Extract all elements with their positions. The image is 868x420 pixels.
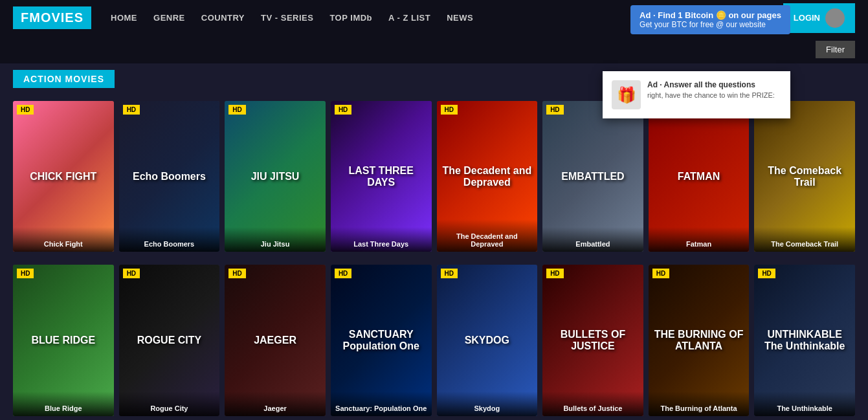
unthinkable-text: UNTHINKABLE The Unthinkable	[754, 324, 855, 357]
movie-card-sanctuary[interactable]: SANCTUARY Population One HD Sanctuary: P…	[331, 265, 432, 415]
sanctuary-text: SANCTUARY Population One	[331, 324, 432, 357]
login-label: LOGIN	[794, 13, 820, 23]
user-avatar	[825, 8, 845, 28]
ad-bitcoin-title: Ad · Find 1 Bitcoin 🪙 on our pages	[640, 10, 781, 20]
movie-card-fatman[interactable]: FATMAN HD Fatman	[649, 101, 750, 252]
movie-card-decadent[interactable]: The Decadent and Depraved HD The Decaden…	[437, 101, 538, 252]
ad-quiz-subtitle: right, have the chance to win the PRIZE:	[647, 91, 775, 99]
nav-tv-series[interactable]: TV - SERIES	[261, 13, 313, 23]
chick-fight-title: Chick Fight	[13, 227, 114, 252]
decadent-title: The Decadent and Depraved	[437, 219, 538, 252]
decadent-text: The Decadent and Depraved	[437, 160, 538, 193]
ad-quiz-banner[interactable]: 🎁 Ad · Answer all the questions right, h…	[603, 71, 790, 118]
hd-badge: HD	[228, 269, 245, 278]
movie-card-rogue-city[interactable]: ROGUE CITY HD Rogue City	[119, 265, 220, 415]
hd-badge: HD	[441, 105, 458, 115]
comeback-title: The Comeback Trail	[754, 227, 855, 252]
main-nav: HOME GENRE COUNTRY TV - SERIES TOP IMDb …	[111, 13, 473, 23]
rogue-city-text: ROGUE CITY	[132, 329, 207, 351]
unthinkable-title: The Unthinkable	[754, 392, 855, 416]
hd-badge: HD	[758, 269, 775, 278]
jaeger-title: Jaeger	[225, 392, 326, 416]
movie-card-burning[interactable]: THE BURNING OF ATLANTA HD The Burning of…	[649, 265, 750, 415]
burning-text: THE BURNING OF ATLANTA	[649, 324, 750, 357]
nav-a-z-list[interactable]: A - Z LIST	[388, 13, 430, 23]
ad-quiz-title: Ad · Answer all the questions	[647, 80, 775, 89]
nav-genre[interactable]: GENRE	[153, 13, 185, 23]
ad-quiz-text: Ad · Answer all the questions right, hav…	[647, 80, 775, 99]
sanctuary-title: Sanctuary: Population One	[331, 392, 432, 416]
bullets-title: Bullets of Justice	[542, 392, 643, 416]
nav-country[interactable]: COUNTRY	[201, 13, 245, 23]
movie-card-last-three-days[interactable]: LAST THREE DAYS HD Last Three Days	[331, 101, 432, 252]
embattled-text: EMBATTLED	[556, 166, 629, 188]
movie-grid-row1: CHICK FIGHT HD Chick Fight Echo Boomers …	[0, 94, 868, 258]
echo-boomers-title: Echo Boomers	[119, 227, 220, 252]
ad-bitcoin-banner[interactable]: Ad · Find 1 Bitcoin 🪙 on our pages Get y…	[630, 5, 790, 34]
hd-badge: HD	[17, 105, 34, 115]
chick-fight-text: CHICK FIGHT	[25, 166, 102, 188]
blue-ridge-text: BLUE RIDGE	[26, 329, 100, 351]
nav-news[interactable]: NEWS	[447, 13, 473, 23]
bullets-text: BULLETS OF JUSTICE	[542, 324, 643, 357]
filter-bar: Filter	[0, 36, 868, 63]
movie-card-jiu-jitsu[interactable]: JIU JITSU HD Jiu Jitsu	[225, 101, 326, 252]
ad-quiz-icon: 🎁	[612, 80, 641, 109]
jiu-jitsu-text: JIU JITSU	[246, 166, 305, 188]
ad-bitcoin-subtitle: Get your BTC for free @ our website	[640, 20, 781, 29]
comeback-text: The Comeback Trail	[754, 160, 855, 193]
blue-ridge-title: Blue Ridge	[13, 392, 114, 416]
movie-card-blue-ridge[interactable]: BLUE RIDGE HD Blue Ridge	[13, 265, 114, 415]
fatman-text: FATMAN	[673, 166, 725, 188]
echo-boomers-text: Echo Boomers	[128, 166, 211, 188]
embattled-title: Embattled	[542, 227, 643, 252]
fatman-title: Fatman	[649, 227, 750, 252]
last-three-text: LAST THREE DAYS	[331, 160, 432, 193]
nav-home[interactable]: HOME	[111, 13, 137, 23]
skydog-title: Skydog	[437, 392, 538, 416]
movie-card-unthinkable[interactable]: UNTHINKABLE The Unthinkable HD The Unthi…	[754, 265, 855, 415]
last-three-title: Last Three Days	[331, 227, 432, 252]
jiu-jitsu-title: Jiu Jitsu	[225, 227, 326, 252]
movie-card-chick-fight[interactable]: CHICK FIGHT HD Chick Fight	[13, 101, 114, 252]
movie-card-comeback-trail[interactable]: The Comeback Trail HD The Comeback Trail	[754, 101, 855, 252]
filter-button[interactable]: Filter	[816, 41, 855, 58]
rogue-city-title: Rogue City	[119, 392, 220, 416]
hd-badge: HD	[335, 269, 351, 278]
hd-badge: HD	[546, 269, 563, 278]
hd-badge: HD	[123, 105, 140, 115]
movie-grid-row2: BLUE RIDGE HD Blue Ridge ROGUE CITY HD R…	[0, 258, 868, 420]
movie-card-echo-boomers[interactable]: Echo Boomers HD Echo Boomers	[119, 101, 220, 252]
hd-badge: HD	[123, 269, 140, 278]
hd-badge: HD	[335, 105, 351, 115]
skydog-text: SKYDOG	[460, 329, 515, 351]
section-title: ACTION MOVIES	[13, 70, 115, 88]
jaeger-text: JAEGER	[249, 329, 302, 351]
movie-card-embattled[interactable]: EMBATTLED HD Embattled	[542, 101, 643, 252]
hd-badge: HD	[546, 105, 563, 115]
hd-badge: HD	[441, 269, 458, 278]
header: FMOVIES HOME GENRE COUNTRY TV - SERIES T…	[0, 0, 868, 36]
movie-card-jaeger[interactable]: JAEGER HD Jaeger	[225, 265, 326, 415]
hd-badge: HD	[228, 105, 245, 115]
logo[interactable]: FMOVIES	[13, 6, 91, 29]
hd-badge: HD	[652, 269, 669, 278]
movie-card-skydog[interactable]: SKYDOG HD Skydog	[437, 265, 538, 415]
login-button[interactable]: LOGIN	[783, 3, 855, 33]
burning-title: The Burning of Atlanta	[649, 392, 750, 416]
nav-top-imdb[interactable]: TOP IMDb	[329, 13, 372, 23]
movie-card-bullets[interactable]: BULLETS OF JUSTICE HD Bullets of Justice	[542, 265, 643, 415]
hd-badge: HD	[17, 269, 34, 278]
